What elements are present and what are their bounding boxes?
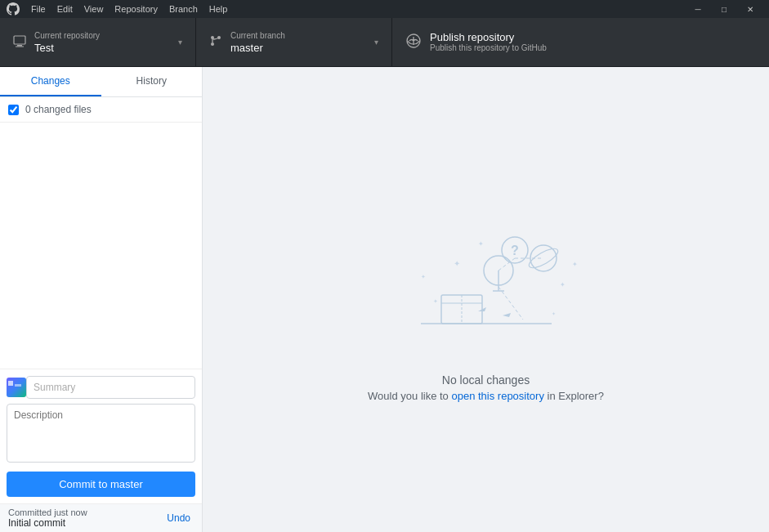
maximize-button[interactable]: □ [712,2,736,16]
open-repository-link[interactable]: open this repository [451,390,543,402]
changed-files-count: 0 changed files [25,104,92,115]
svg-text:✦: ✦ [572,261,578,268]
content-area: ? ✦ ✦ ✦ ✦ ✦ ✦ ✦ No local changes Would y… [203,67,769,532]
menu-file[interactable]: File [26,2,51,16]
svg-text:✦: ✦ [421,274,426,279]
menu-help[interactable]: Help [204,2,233,16]
menu-view[interactable]: View [79,2,109,16]
publish-section[interactable]: Publish repository Publish this reposito… [392,18,769,66]
svg-point-4 [211,42,214,46]
publish-sublabel: Publish this repository to GitHub [430,43,547,52]
commit-area: Commit to master [0,369,202,503]
commit-button[interactable]: Commit to master [7,472,195,497]
current-repo-content: Current repository Test [34,31,100,54]
status-committed-time: Committed just now [8,507,87,517]
empty-state-line1: No local changes [442,373,530,387]
branch-icon [209,34,222,50]
empty-state: No local changes Would you like to open … [368,360,604,402]
commit-user-row [7,376,195,399]
main-layout: Changes History 0 changed files Commit t… [0,67,769,532]
current-branch-value: master [230,42,285,54]
branch-dropdown-icon: ▾ [374,38,378,47]
svg-text:✦: ✦ [552,311,556,316]
publish-label: Publish repository [430,31,547,43]
publish-content: Publish repository Publish this reposito… [430,31,547,54]
tab-changes[interactable]: Changes [0,67,101,96]
file-list [0,123,202,369]
status-bar-left: Committed just now Initial commit [8,507,87,529]
publish-icon [405,33,422,51]
current-branch-section[interactable]: Current branch master ▾ [196,18,392,66]
github-logo-icon [7,2,20,16]
status-commit-message: Initial commit [8,517,87,529]
svg-text:✦: ✦ [433,298,438,304]
svg-point-17 [526,245,561,271]
current-branch-content: Current branch master [230,31,285,54]
minimize-button[interactable]: ─ [686,2,710,16]
svg-text:✦: ✦ [454,259,460,268]
current-repo-section[interactable]: Current repository Test ▾ [0,18,196,66]
changed-files-row: 0 changed files [0,97,202,123]
title-bar-menu: File Edit View Repository Branch Help [26,2,232,16]
menu-repository[interactable]: Repository [110,2,163,16]
close-button[interactable]: ✕ [738,2,762,16]
empty-state-prefix: Would you like to [368,390,451,402]
svg-text:?: ? [511,244,519,257]
tab-history[interactable]: History [101,67,203,96]
summary-input[interactable] [26,376,195,399]
svg-rect-0 [14,36,25,44]
empty-state-line2: Would you like to open this repository i… [368,390,604,402]
sidebar: Changes History 0 changed files Commit t… [0,67,203,532]
sidebar-tabs: Changes History [0,67,202,97]
title-bar-left: File Edit View Repository Branch Help [7,2,232,16]
toolbar: Current repository Test ▾ Current branch… [0,18,769,67]
svg-text:✦: ✦ [560,281,566,288]
svg-rect-2 [16,47,24,47]
title-bar-controls: ─ □ ✕ [686,2,762,16]
svg-line-20 [499,287,523,320]
svg-rect-1 [17,45,22,47]
title-bar: File Edit View Repository Branch Help ─ … [0,0,769,18]
status-bar: Committed just now Initial commit Undo [0,503,202,532]
select-all-checkbox[interactable] [8,105,19,115]
description-textarea[interactable] [7,404,195,463]
empty-state-suffix: in Explorer? [548,390,604,402]
undo-button[interactable]: Undo [163,511,194,525]
menu-edit[interactable]: Edit [52,2,78,16]
menu-branch[interactable]: Branch [164,2,203,16]
computer-icon [13,34,26,50]
avatar [7,378,26,397]
current-repo-value: Test [34,42,100,54]
current-repo-label: Current repository [34,31,100,40]
current-branch-label: Current branch [230,31,285,40]
repo-dropdown-icon: ▾ [178,38,182,47]
svg-text:✦: ✦ [478,240,484,248]
empty-state-illustration: ? ✦ ✦ ✦ ✦ ✦ ✦ ✦ [372,197,601,360]
